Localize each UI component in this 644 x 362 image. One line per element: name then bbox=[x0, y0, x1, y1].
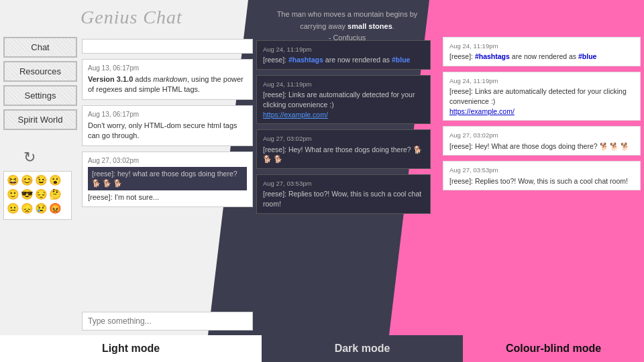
light-chat-input[interactable] bbox=[82, 312, 253, 330]
light-msg3-inner: [reese]: hey! what are those dogs doing … bbox=[88, 167, 247, 190]
cb-msg2-ts: Aug 24, 11:19pm bbox=[449, 76, 634, 85]
light-msg1-text: Version 3.1.0 adds markdown, using the p… bbox=[88, 74, 247, 95]
bottom-bar: Light mode Dark mode Colour-blind mode bbox=[0, 335, 644, 362]
emoji-smile[interactable]: 😊 bbox=[21, 174, 34, 186]
emoji-panel: 😆 😊 😉 😮 🙂 😎 😔 🤔 😐 😞 😢 😡 bbox=[3, 171, 72, 220]
dark-msg3-ts: Aug 27, 03:02pm bbox=[263, 134, 424, 143]
refresh-icon[interactable]: ↻ bbox=[23, 149, 36, 166]
nav-resources-button[interactable]: Resources bbox=[3, 61, 77, 82]
label-light-mode: Light mode bbox=[0, 335, 262, 362]
dark-msg2-link[interactable]: https://example.com/ bbox=[263, 111, 328, 119]
dark-message-2: Aug 24, 11:19pm [reese]: Links are autom… bbox=[256, 75, 431, 124]
app-title: Genius Chat bbox=[80, 7, 182, 28]
cb-msg2-link[interactable]: https://example.com/ bbox=[449, 107, 515, 115]
cb-msg1-text: [reese]: #hashtags are now rendered as #… bbox=[449, 52, 634, 62]
light-msg2-timestamp: Aug 13, 06:17pm bbox=[88, 110, 247, 119]
cb-msg3-text: [reese]: Hey! What are those dogs doing … bbox=[449, 141, 634, 152]
dark-message-4: Aug 27, 03:53pm [reese]: Replies too?! W… bbox=[256, 174, 431, 214]
light-msg2-text: Don't worry, only HTML-dom secure html t… bbox=[88, 121, 247, 141]
light-input-area[interactable] bbox=[82, 312, 253, 330]
dark-chat-area: Aug 24, 11:19pm [reese]: #hashtags are n… bbox=[256, 40, 431, 214]
dark-msg1-text: [reese]: #hashtags are now rendered as #… bbox=[263, 55, 424, 65]
label-colorblind-mode: Colour-blind mode bbox=[463, 335, 644, 362]
emoji-cool[interactable]: 😎 bbox=[21, 188, 34, 200]
light-message-1: Aug 13, 06:17pm Version 3.1.0 adds markd… bbox=[82, 59, 253, 100]
emoji-laughing[interactable]: 😆 bbox=[7, 174, 19, 186]
light-msg3-reply: [reese]: I'm not sure... bbox=[88, 192, 247, 202]
cb-msg1-ts: Aug 24, 11:19pm bbox=[449, 42, 634, 50]
emoji-neutral[interactable]: 😐 bbox=[7, 202, 19, 215]
emoji-cry[interactable]: 😢 bbox=[35, 202, 48, 215]
light-msg1-timestamp: Aug 13, 06:17pm bbox=[88, 64, 247, 73]
emoji-sad[interactable]: 😔 bbox=[35, 188, 48, 200]
light-chat-area: Aug 13, 06:17pm Version 3.1.0 adds markd… bbox=[82, 39, 253, 330]
emoji-angry[interactable]: 😡 bbox=[49, 202, 62, 215]
dark-msg4-ts: Aug 27, 03:53pm bbox=[263, 179, 424, 188]
light-message-2: Aug 13, 06:17pm Don't worry, only HTML-d… bbox=[82, 105, 253, 146]
cb-msg3-ts: Aug 27, 03:02pm bbox=[449, 131, 634, 139]
emoji-surprised[interactable]: 😮 bbox=[49, 174, 62, 186]
cb-msg4-ts: Aug 27, 03:53pm bbox=[449, 166, 634, 174]
light-message-3: Aug 27, 03:02pm [reese]: hey! what are t… bbox=[82, 152, 253, 208]
light-msg3-timestamp: Aug 27, 03:02pm bbox=[88, 156, 247, 166]
emoji-thinking[interactable]: 🤔 bbox=[49, 188, 62, 200]
dark-msg1-ts: Aug 24, 11:19pm bbox=[263, 45, 424, 54]
emoji-wink[interactable]: 😉 bbox=[35, 174, 48, 186]
dark-msg2-text: [reese]: Links are automatically detecte… bbox=[263, 90, 424, 119]
nav-chat-button[interactable]: Chat bbox=[3, 37, 77, 58]
cb-message-2: Aug 24, 11:19pm [reese]: Links are autom… bbox=[443, 72, 641, 121]
dark-msg3-text: [reese]: Hey! What are those dogs doing … bbox=[263, 145, 424, 164]
dark-message-1: Aug 24, 11:19pm [reese]: #hashtags are n… bbox=[256, 40, 431, 70]
dark-msg2-ts: Aug 24, 11:19pm bbox=[263, 80, 424, 88]
colorblind-mode-text: Colour-blind mode bbox=[506, 343, 601, 355]
label-dark-mode: Dark mode bbox=[262, 335, 463, 362]
emoji-disappointed[interactable]: 😞 bbox=[21, 202, 34, 215]
genius-chat-title: Genius Chat bbox=[80, 7, 182, 27]
emoji-slight-smile[interactable]: 🙂 bbox=[7, 188, 19, 200]
cb-message-1: Aug 24, 11:19pm [reese]: #hashtags are n… bbox=[443, 37, 641, 66]
dark-quote-text: The man who moves a mountain begins by c… bbox=[268, 9, 426, 32]
cb-msg4-text: [reese]: Replies too?! Wow, this is such… bbox=[449, 176, 634, 186]
cb-chat-area: Aug 24, 11:19pm [reese]: #hashtags are n… bbox=[443, 37, 641, 190]
dark-msg4-text: [reese]: Replies too?! Wow, this is such… bbox=[263, 189, 424, 208]
cb-msg2-text: [reese]: Links are automatically detecte… bbox=[449, 86, 634, 116]
cb-message-3: Aug 27, 03:02pm [reese]: Hey! What are t… bbox=[443, 126, 641, 156]
nav-spiritworld-button[interactable]: Spirit World bbox=[3, 109, 77, 130]
dark-mode-text: Dark mode bbox=[335, 343, 390, 355]
dark-message-3: Aug 27, 03:02pm [reese]: Hey! What are t… bbox=[256, 129, 431, 169]
light-mode-text: Light mode bbox=[102, 343, 160, 355]
cb-message-4: Aug 27, 03:53pm [reese]: Replies too?! W… bbox=[443, 161, 641, 190]
nav-panel: Chat Resources Settings Spirit World bbox=[3, 37, 77, 133]
nav-settings-button[interactable]: Settings bbox=[3, 85, 77, 106]
